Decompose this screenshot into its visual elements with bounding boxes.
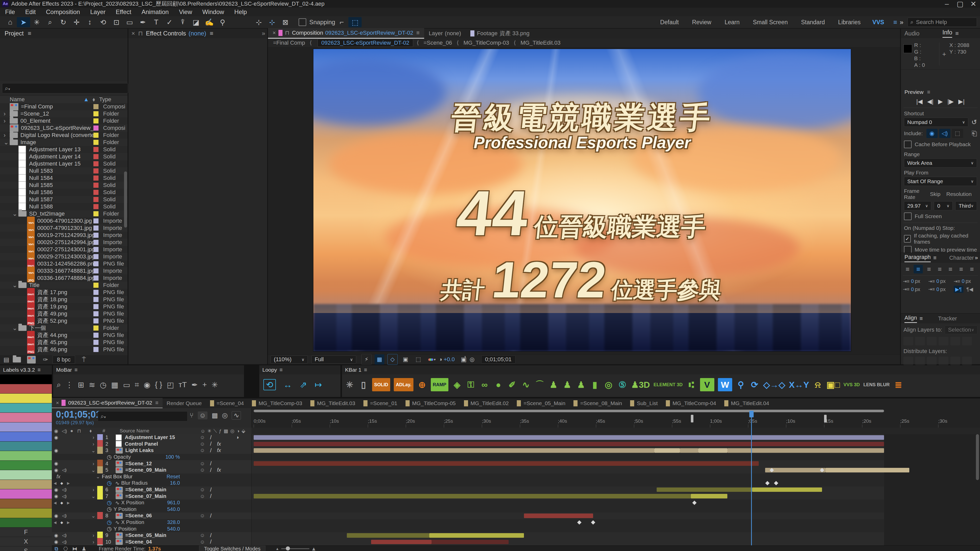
twirl-icon[interactable]: ⌄ [12,324,18,332]
shy-switch[interactable]: ☺ [198,513,207,519]
project-item[interactable]: ⌄下一個Folder [0,324,127,332]
trim-icon[interactable]: ⌗ [135,380,139,389]
align-layers-v-bottom-button[interactable] [962,337,972,345]
region-of-interest-icon[interactable]: ▣ [401,354,410,365]
shy-switch[interactable]: ☺ [198,493,207,499]
viewer-timecode[interactable]: 0;01;05;01 [481,355,515,364]
next-keyframe-button[interactable]: ▶ [65,520,72,524]
timeline-tab[interactable]: MG_TitleComp-05 [401,399,460,408]
column-type[interactable]: Type [99,96,111,103]
align-layers-h-right-button[interactable] [927,337,937,345]
twirl-icon[interactable]: › [89,539,97,545]
label-swatch-15[interactable] [0,518,52,528]
workspace-active[interactable]: VVS [867,19,889,26]
project-item[interactable]: JPG00333-1667748881.jpgImporte [0,267,127,275]
glasses-icon[interactable]: ∞ [479,378,490,391]
project-item[interactable]: JPG00006-479012300.jpgImporte [0,218,127,224]
breadcrumb-item[interactable]: 092623_LSC-eSportReview_DT-02 [318,39,413,47]
twirl-icon[interactable]: › [89,532,97,538]
mobar-title[interactable]: MoBar [56,367,72,373]
pen-tool-icon[interactable]: ✒ [136,17,150,27]
timeline-row[interactable]: fx⌄Fast Box BlurReset [52,473,980,480]
project-item[interactable]: Null 1587Solid [0,196,127,203]
breadcrumb-item[interactable]: =Scene_06 [422,40,453,46]
layer-name[interactable]: =Scene_08_Main [125,487,198,492]
project-item[interactable]: JPG00020-2751242994.jpgImporte [0,239,127,246]
viewer-tab-layer[interactable]: Layer (none) [424,29,466,38]
stopwatch-icon[interactable]: ◷ [100,380,107,389]
project-item[interactable]: PNG資產 45.pngPNG file [0,339,127,346]
timeline-row[interactable]: ›2Control Panel☺/fx [52,441,980,448]
project-panel-title[interactable]: Project [5,30,24,37]
menu-composition[interactable]: Composition [41,8,85,16]
nodes-icon[interactable]: ⑆ [686,378,697,391]
performance-icon[interactable]: ♟ [80,546,89,551]
layer-duration-bar[interactable] [657,487,752,492]
person-icon[interactable]: ♟ [562,378,573,391]
show-snapshot-icon[interactable]: ◎ [469,354,474,365]
property-value[interactable]: 540.0 [167,526,180,532]
include-video-icon[interactable]: ◉ [926,129,938,138]
play-button[interactable]: ▶ [938,98,943,105]
composition-mini-flowchart-icon[interactable]: ⑂ [189,411,194,419]
layer-name[interactable]: =Scene_05_Main [125,532,198,538]
layer-name[interactable]: =Scene_04 [125,539,198,545]
project-item[interactable]: Null 1583Solid [0,167,127,175]
w-button[interactable]: W [718,378,732,391]
property-name[interactable]: Blur Radius [121,480,170,486]
label-color-chip[interactable] [94,340,99,345]
ramp-button[interactable]: RAMP [431,378,449,391]
menu-effect[interactable]: Effect [110,8,136,16]
path-icon[interactable]: ✒ [191,380,198,389]
person-icon[interactable]: ♟ [576,378,586,391]
menu-layer[interactable]: Layer [85,8,110,16]
label-color-chip[interactable] [94,211,99,216]
timeline-tab[interactable]: =Scene_05_Main [513,399,570,408]
keyframe-diamond[interactable] [765,481,770,485]
eye-toggle[interactable]: ◉ [52,513,60,519]
vvspeed-3d-button[interactable]: VVS 3D [843,378,860,391]
shy-switch[interactable]: ☺ [198,467,207,473]
diamond-flow-icon[interactable]: ◇→◇ [763,378,785,391]
label-color-chip[interactable] [94,104,99,109]
track-lane[interactable] [251,532,980,539]
layer-duration-bar[interactable] [347,533,429,538]
align-justify-all-button[interactable]: ≡ [967,265,977,273]
panel-menu-icon[interactable]: ≡ [75,367,78,373]
menu-help[interactable]: Help [229,8,252,16]
eye-toggle[interactable]: ◉ [52,461,60,466]
fx-switch[interactable]: fx [215,467,223,473]
include-overlays-icon[interactable]: ⬚ [952,129,963,138]
project-item[interactable]: Null 1584Solid [0,175,127,182]
align-left-button[interactable]: ≡ [903,265,912,273]
more-icon[interactable]: ⋮ [65,380,73,389]
label-swatch-0[interactable] [0,375,52,384]
align-layers-h-center-button[interactable] [915,337,925,345]
viewer-tab-footage[interactable]: Footage 資產 33.png [466,29,534,38]
quality-switch[interactable]: / [207,513,215,519]
label-button-f[interactable]: F [0,527,52,537]
label-color-chip[interactable] [94,154,99,159]
project-scrollbar[interactable] [124,171,127,227]
menu-edit[interactable]: Edit [20,8,41,16]
label-color-chip[interactable] [94,311,99,316]
layer-duration-bar[interactable] [691,494,727,499]
folder-icon[interactable]: ▭ [123,380,130,389]
label-color-chip[interactable] [94,233,99,238]
distribute-v-bottom-button[interactable] [927,357,937,365]
quality-switch[interactable]: / [207,447,215,454]
timeline-row[interactable]: ◉›1Adjustment Layer 15☺/◑ [52,434,980,441]
key-icon[interactable]: ⚿ [466,378,476,391]
panel-menu-icon[interactable]: ≡ [364,367,367,373]
layer-name[interactable]: =Scene_09_Main [125,467,198,473]
playhead-handle[interactable] [749,411,754,417]
text-tool-icon[interactable]: ᴛT [179,380,187,389]
expressions-icon[interactable]: { } [155,380,162,389]
shy-switch[interactable]: ☺ [198,539,207,545]
indent-value[interactable]: 0 [911,278,914,284]
layer-duration-bar[interactable] [680,448,698,453]
twirl-icon[interactable]: › [89,434,97,440]
align-justify-last-right-button[interactable]: ≡ [956,265,966,273]
project-item[interactable]: Null 1588Solid [0,203,127,210]
breadcrumb-item[interactable]: MG_TitleComp-03 [463,40,510,46]
